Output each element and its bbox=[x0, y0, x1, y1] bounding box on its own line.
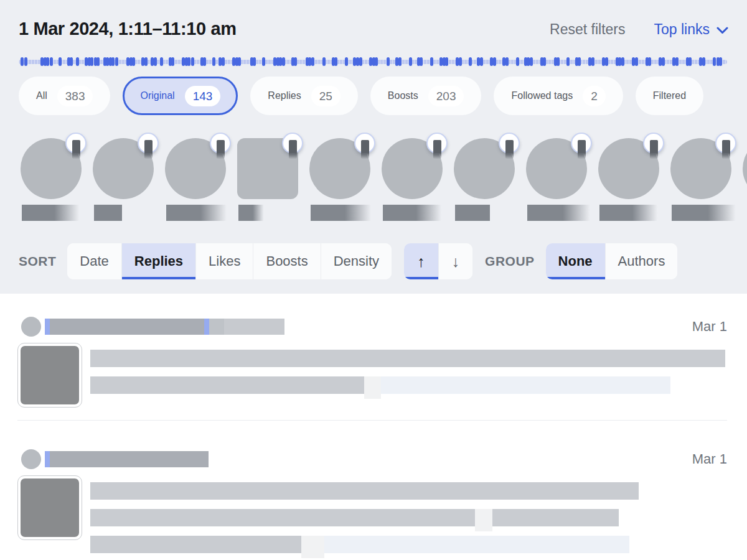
redacted-count bbox=[505, 140, 514, 159]
post-date[interactable]: Mar 1 bbox=[692, 319, 727, 335]
timeline-tick bbox=[648, 57, 651, 66]
timeline-tick bbox=[702, 57, 705, 66]
post-item: Mar 1 bbox=[17, 294, 727, 420]
post-author-name-redacted bbox=[45, 451, 209, 467]
timeline-tick bbox=[375, 57, 378, 66]
page-title: 1 Mar 2024, 1:11–11:10 am bbox=[19, 19, 237, 39]
sort-option-replies[interactable]: Replies bbox=[121, 243, 195, 279]
filter-pill-all[interactable]: All383 bbox=[19, 77, 110, 115]
sort-options-group: DateRepliesLikesBoostsDensity bbox=[67, 243, 392, 279]
redacted-count bbox=[578, 140, 586, 159]
post-text-line bbox=[90, 509, 727, 526]
filter-pills-row: All383Original143Replies25Boosts203Follo… bbox=[19, 77, 747, 115]
redacted-segment bbox=[301, 536, 324, 558]
top-links-dropdown[interactable]: Top links bbox=[654, 21, 728, 38]
redacted-segment bbox=[381, 376, 670, 394]
timeline-tick bbox=[345, 57, 348, 66]
group-option-none[interactable]: None bbox=[546, 243, 605, 279]
sort-option-date[interactable]: Date bbox=[67, 243, 121, 279]
group-options-group: NoneAuthors bbox=[546, 243, 678, 279]
redacted-segment bbox=[90, 536, 301, 553]
timeline-tick bbox=[591, 57, 594, 66]
timeline-tick bbox=[635, 57, 638, 66]
redacted-count bbox=[361, 140, 369, 159]
redacted-segment bbox=[209, 319, 224, 335]
timeline-tick bbox=[420, 57, 423, 66]
author-post-count-badge bbox=[499, 133, 520, 154]
post-body bbox=[17, 475, 727, 553]
filter-pill-original[interactable]: Original143 bbox=[123, 77, 238, 115]
filter-pill-replies[interactable]: Replies25 bbox=[250, 77, 358, 115]
timeline-tick bbox=[566, 57, 570, 66]
timeline-tick bbox=[557, 57, 560, 66]
timeline-tick bbox=[662, 57, 665, 66]
timeline-tick bbox=[719, 57, 722, 66]
redacted-segment bbox=[224, 319, 284, 335]
timeline-tick bbox=[356, 57, 359, 66]
redacted-segment bbox=[364, 376, 381, 399]
timeline-tick bbox=[311, 57, 314, 66]
post-date[interactable]: Mar 1 bbox=[692, 451, 727, 467]
filter-count-badge: 25 bbox=[311, 86, 341, 106]
filter-pill-filtered[interactable]: Filtered bbox=[636, 77, 703, 115]
redacted-segment bbox=[90, 350, 725, 367]
timeline-tick bbox=[90, 57, 93, 66]
post-media-thumbnail[interactable] bbox=[17, 475, 82, 540]
author-avatar[interactable] bbox=[743, 138, 747, 199]
author-item bbox=[382, 133, 443, 223]
group-label: GROUP bbox=[485, 254, 535, 269]
timeline-tick bbox=[191, 57, 194, 66]
timeline-tick bbox=[144, 57, 148, 66]
redacted-image bbox=[21, 346, 79, 404]
post-media-thumbnail[interactable] bbox=[17, 343, 82, 408]
header-actions: Reset filters Top links bbox=[550, 19, 728, 38]
top-authors-row bbox=[19, 133, 747, 223]
sort-direction-group: ↑↓ bbox=[404, 243, 472, 279]
timeline-tick bbox=[76, 57, 79, 66]
sort-option-density[interactable]: Density bbox=[321, 243, 392, 279]
author-name-redacted bbox=[311, 205, 373, 221]
sort-direction-descending[interactable]: ↓ bbox=[438, 243, 473, 279]
timeline-tick bbox=[203, 57, 206, 66]
author-name-redacted bbox=[94, 205, 122, 221]
reset-filters-button[interactable]: Reset filters bbox=[550, 21, 625, 38]
top-links-label: Top links bbox=[654, 21, 710, 38]
post-author-avatar[interactable] bbox=[21, 317, 41, 337]
timeline-tick bbox=[70, 57, 73, 66]
author-post-count-badge bbox=[282, 133, 303, 154]
author-item bbox=[309, 133, 370, 223]
timeline-tick bbox=[115, 57, 118, 66]
post-author-name-redacted bbox=[45, 319, 284, 335]
sort-option-likes[interactable]: Likes bbox=[195, 243, 253, 279]
timeline-tick bbox=[160, 57, 163, 66]
redacted-count bbox=[650, 140, 658, 159]
group-option-authors[interactable]: Authors bbox=[605, 243, 678, 279]
sort-direction-ascending[interactable]: ↑ bbox=[404, 243, 438, 279]
timeline-tick bbox=[322, 57, 326, 66]
redacted-segment bbox=[90, 482, 639, 500]
author-item bbox=[670, 133, 731, 223]
timeline-tick bbox=[154, 57, 157, 66]
author-item bbox=[237, 133, 298, 223]
filter-pill-boosts[interactable]: Boosts203 bbox=[370, 77, 482, 115]
redacted-count bbox=[722, 140, 730, 159]
timeline-tick bbox=[578, 57, 581, 66]
sort-option-boosts[interactable]: Boosts bbox=[253, 243, 320, 279]
timeline-tick bbox=[713, 57, 716, 66]
timeline-tick bbox=[50, 57, 53, 66]
timeline-tick bbox=[688, 57, 692, 66]
timeline-tick bbox=[334, 57, 337, 66]
redacted-count bbox=[144, 140, 153, 159]
author-name-redacted bbox=[383, 205, 443, 221]
timeline-tick bbox=[132, 57, 135, 66]
filter-pill-followed-tags[interactable]: Followed tags2 bbox=[494, 77, 622, 115]
timeline-tick bbox=[96, 57, 100, 66]
filter-label: Boosts bbox=[388, 90, 418, 101]
activity-timeline[interactable] bbox=[19, 57, 728, 66]
post-author-avatar[interactable] bbox=[21, 449, 41, 469]
redacted-image bbox=[21, 478, 79, 537]
filter-count-badge: 383 bbox=[57, 86, 93, 106]
timeline-tick bbox=[480, 57, 483, 66]
timeline-tick bbox=[430, 57, 433, 66]
filters-panel: 1 Mar 2024, 1:11–11:10 am Reset filters … bbox=[0, 0, 747, 294]
